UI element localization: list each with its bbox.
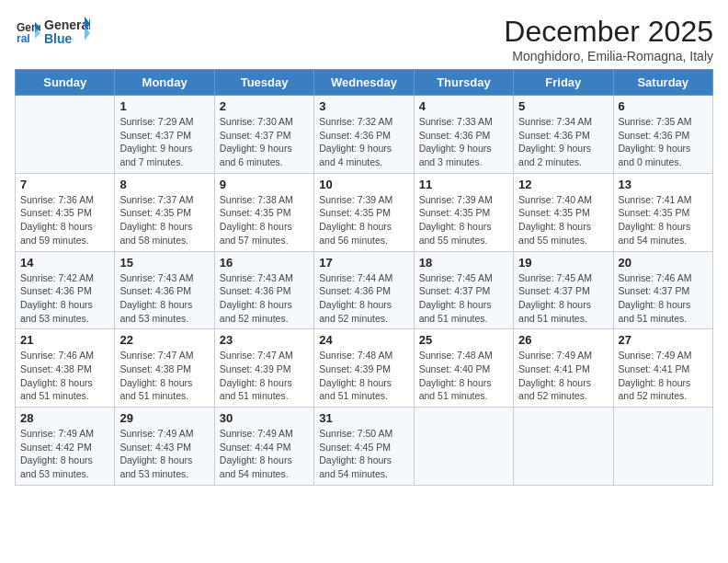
day-info: Sunrise: 7:43 AMSunset: 4:36 PMDaylight:…: [119, 271, 209, 326]
day-info: Sunrise: 7:40 AMSunset: 4:35 PMDaylight:…: [518, 193, 608, 247]
day-number: 3: [319, 99, 408, 113]
day-info: Sunrise: 7:46 AMSunset: 4:38 PMDaylight:…: [20, 349, 109, 403]
day-info: Sunrise: 7:48 AMSunset: 4:39 PMDaylight:…: [319, 349, 408, 403]
day-info: Sunrise: 7:49 AMSunset: 4:42 PMDaylight:…: [20, 427, 109, 481]
day-info: Sunrise: 7:45 AMSunset: 4:37 PMDaylight:…: [518, 271, 608, 326]
day-info: Sunrise: 7:39 AMSunset: 4:35 PMDaylight:…: [419, 193, 508, 247]
calendar-week-1: 1Sunrise: 7:29 AMSunset: 4:37 PMDaylight…: [16, 96, 713, 174]
day-info: Sunrise: 7:30 AMSunset: 4:37 PMDaylight:…: [220, 115, 309, 169]
day-number: 21: [20, 333, 109, 347]
calendar-cell: 29Sunrise: 7:49 AMSunset: 4:43 PMDayligh…: [115, 408, 214, 486]
calendar-cell: 27Sunrise: 7:49 AMSunset: 4:41 PMDayligh…: [613, 329, 712, 408]
day-info: Sunrise: 7:45 AMSunset: 4:37 PMDaylight:…: [419, 271, 508, 326]
calendar-cell: 17Sunrise: 7:44 AMSunset: 4:36 PMDayligh…: [314, 251, 414, 329]
day-number: 14: [20, 256, 109, 270]
dow-header-wednesday: Wednesday: [314, 70, 414, 96]
calendar-week-4: 21Sunrise: 7:46 AMSunset: 4:38 PMDayligh…: [16, 329, 713, 408]
day-info: Sunrise: 7:43 AMSunset: 4:36 PMDaylight:…: [220, 271, 309, 326]
day-number: 7: [20, 178, 109, 191]
day-info: Sunrise: 7:32 AMSunset: 4:36 PMDaylight:…: [319, 115, 408, 169]
svg-text:Blue: Blue: [44, 31, 73, 46]
dow-header-friday: Friday: [514, 70, 613, 96]
day-info: Sunrise: 7:50 AMSunset: 4:45 PMDaylight:…: [319, 427, 408, 481]
calendar-week-3: 14Sunrise: 7:42 AMSunset: 4:36 PMDayligh…: [16, 251, 713, 329]
calendar-cell: 15Sunrise: 7:43 AMSunset: 4:36 PMDayligh…: [115, 251, 214, 329]
day-info: Sunrise: 7:38 AMSunset: 4:35 PMDaylight:…: [220, 193, 309, 247]
day-number: 18: [419, 256, 508, 270]
calendar-cell: 18Sunrise: 7:45 AMSunset: 4:37 PMDayligh…: [414, 251, 513, 329]
calendar-cell: 25Sunrise: 7:48 AMSunset: 4:40 PMDayligh…: [414, 329, 513, 408]
calendar-table: SundayMondayTuesdayWednesdayThursdayFrid…: [15, 69, 713, 486]
day-number: 31: [319, 411, 408, 425]
general-blue-logo-svg: General Blue: [44, 15, 90, 48]
day-number: 2: [220, 99, 309, 113]
day-info: Sunrise: 7:36 AMSunset: 4:35 PMDaylight:…: [20, 193, 109, 247]
day-number: 8: [119, 178, 209, 191]
calendar-cell: 3Sunrise: 7:32 AMSunset: 4:36 PMDaylight…: [314, 96, 414, 174]
day-number: 23: [220, 333, 309, 347]
day-number: 9: [220, 178, 309, 191]
calendar-week-5: 28Sunrise: 7:49 AMSunset: 4:42 PMDayligh…: [16, 408, 713, 486]
day-info: Sunrise: 7:49 AMSunset: 4:41 PMDaylight:…: [518, 349, 608, 403]
day-info: Sunrise: 7:46 AMSunset: 4:37 PMDaylight:…: [619, 271, 708, 326]
calendar-cell: 23Sunrise: 7:47 AMSunset: 4:39 PMDayligh…: [214, 329, 313, 408]
calendar-cell: [613, 408, 712, 486]
dow-header-saturday: Saturday: [613, 70, 712, 96]
dow-header-tuesday: Tuesday: [214, 70, 313, 96]
calendar-cell: 28Sunrise: 7:49 AMSunset: 4:42 PMDayligh…: [16, 408, 115, 486]
day-number: 15: [119, 256, 209, 270]
svg-text:ral: ral: [17, 32, 30, 44]
day-info: Sunrise: 7:42 AMSunset: 4:36 PMDaylight:…: [20, 271, 109, 326]
day-number: 29: [119, 411, 209, 425]
day-info: Sunrise: 7:48 AMSunset: 4:40 PMDaylight:…: [419, 349, 508, 403]
day-info: Sunrise: 7:47 AMSunset: 4:39 PMDaylight:…: [220, 349, 309, 403]
location: Monghidoro, Emilia-Romagna, Italy: [504, 49, 713, 63]
dow-header-monday: Monday: [115, 70, 214, 96]
day-info: Sunrise: 7:33 AMSunset: 4:36 PMDaylight:…: [419, 115, 508, 169]
calendar-cell: 7Sunrise: 7:36 AMSunset: 4:35 PMDaylight…: [16, 173, 115, 251]
svg-text:General: General: [44, 17, 90, 32]
day-info: Sunrise: 7:41 AMSunset: 4:35 PMDaylight:…: [619, 193, 708, 247]
day-number: 26: [518, 333, 608, 347]
calendar-cell: 21Sunrise: 7:46 AMSunset: 4:38 PMDayligh…: [16, 329, 115, 408]
calendar-cell: 30Sunrise: 7:49 AMSunset: 4:44 PMDayligh…: [214, 408, 313, 486]
calendar-cell: 4Sunrise: 7:33 AMSunset: 4:36 PMDaylight…: [414, 96, 513, 174]
day-number: 1: [119, 99, 209, 113]
calendar-cell: 1Sunrise: 7:29 AMSunset: 4:37 PMDaylight…: [115, 96, 214, 174]
logo-icon: Gene ral: [15, 18, 40, 44]
dow-header-sunday: Sunday: [16, 70, 115, 96]
day-number: 16: [220, 256, 309, 270]
day-number: 4: [419, 99, 508, 113]
day-info: Sunrise: 7:44 AMSunset: 4:36 PMDaylight:…: [319, 271, 408, 326]
calendar-cell: 19Sunrise: 7:45 AMSunset: 4:37 PMDayligh…: [514, 251, 613, 329]
calendar-cell: 14Sunrise: 7:42 AMSunset: 4:36 PMDayligh…: [16, 251, 115, 329]
day-number: 6: [619, 99, 708, 113]
calendar-cell: [414, 408, 513, 486]
calendar-cell: 13Sunrise: 7:41 AMSunset: 4:35 PMDayligh…: [613, 173, 712, 251]
calendar-cell: 24Sunrise: 7:48 AMSunset: 4:39 PMDayligh…: [314, 329, 414, 408]
day-number: 11: [419, 178, 508, 191]
calendar-cell: 9Sunrise: 7:38 AMSunset: 4:35 PMDaylight…: [214, 173, 313, 251]
day-number: 22: [119, 333, 209, 347]
day-number: 5: [518, 99, 608, 113]
day-number: 20: [619, 256, 708, 270]
day-number: 19: [518, 256, 608, 270]
day-info: Sunrise: 7:37 AMSunset: 4:35 PMDaylight:…: [119, 193, 209, 247]
calendar-cell: 11Sunrise: 7:39 AMSunset: 4:35 PMDayligh…: [414, 173, 513, 251]
calendar-cell: [514, 408, 613, 486]
calendar-cell: 31Sunrise: 7:50 AMSunset: 4:45 PMDayligh…: [314, 408, 414, 486]
day-info: Sunrise: 7:49 AMSunset: 4:43 PMDaylight:…: [119, 427, 209, 481]
title-block: December 2025 Monghidoro, Emilia-Romagna…: [504, 15, 713, 63]
day-info: Sunrise: 7:29 AMSunset: 4:37 PMDaylight:…: [119, 115, 209, 169]
calendar-cell: 6Sunrise: 7:35 AMSunset: 4:36 PMDaylight…: [613, 96, 712, 174]
calendar-cell: 22Sunrise: 7:47 AMSunset: 4:38 PMDayligh…: [115, 329, 214, 408]
day-info: Sunrise: 7:34 AMSunset: 4:36 PMDaylight:…: [518, 115, 608, 169]
calendar-cell: 20Sunrise: 7:46 AMSunset: 4:37 PMDayligh…: [613, 251, 712, 329]
calendar-cell: 16Sunrise: 7:43 AMSunset: 4:36 PMDayligh…: [214, 251, 313, 329]
calendar-cell: 5Sunrise: 7:34 AMSunset: 4:36 PMDaylight…: [514, 96, 613, 174]
calendar-cell: 8Sunrise: 7:37 AMSunset: 4:35 PMDaylight…: [115, 173, 214, 251]
calendar-cell: 10Sunrise: 7:39 AMSunset: 4:35 PMDayligh…: [314, 173, 414, 251]
day-number: 28: [20, 411, 109, 425]
day-number: 30: [220, 411, 309, 425]
calendar-cell: 12Sunrise: 7:40 AMSunset: 4:35 PMDayligh…: [514, 173, 613, 251]
